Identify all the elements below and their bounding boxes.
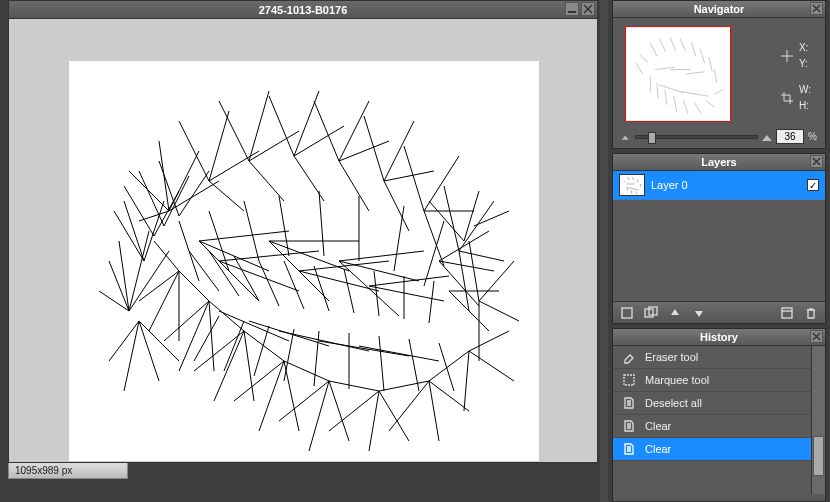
history-item-label: Clear	[645, 443, 671, 455]
zoom-slider-knob[interactable]	[648, 132, 656, 144]
page-icon	[621, 442, 637, 456]
layers-toolbar	[613, 301, 825, 323]
history-list[interactable]: Eraser toolMarquee toolDeselect allClear…	[613, 346, 811, 494]
history-item[interactable]: Clear	[613, 415, 811, 438]
history-item-label: Clear	[645, 420, 671, 432]
svg-rect-1	[622, 308, 632, 318]
document-title: 2745-1013-B0176	[259, 4, 348, 16]
document-titlebar[interactable]: 2745-1013-B0176	[8, 0, 598, 18]
layer-row[interactable]: Layer 0 ✓	[613, 171, 825, 200]
history-title[interactable]: History	[613, 329, 825, 346]
zoom-input[interactable]	[776, 129, 804, 144]
crosshair-icon	[781, 50, 793, 62]
layer-visibility-checkbox[interactable]: ✓	[807, 179, 819, 191]
eraser-icon	[621, 350, 637, 364]
zoom-unit: %	[808, 131, 817, 142]
layer-list[interactable]: Layer 0 ✓	[613, 171, 825, 301]
svg-rect-5	[624, 375, 634, 385]
history-item[interactable]: Marquee tool	[613, 369, 811, 392]
navigator-thumbnail[interactable]	[625, 26, 731, 122]
layer-up-button[interactable]	[667, 305, 683, 321]
canvas-dimensions: 1095x989 px	[15, 465, 72, 476]
close-icon[interactable]	[810, 2, 823, 15]
history-item[interactable]: Eraser tool	[613, 346, 811, 369]
zoom-controls: %	[621, 129, 817, 144]
document-viewport[interactable]	[8, 18, 598, 463]
marquee-icon	[621, 373, 637, 387]
layer-thumbnail	[619, 174, 645, 196]
svg-rect-0	[568, 11, 576, 13]
close-icon[interactable]	[810, 155, 823, 168]
scrollbar-thumb[interactable]	[813, 436, 824, 476]
page-icon	[621, 396, 637, 410]
page-icon	[621, 419, 637, 433]
history-panel: History Eraser toolMarquee toolDeselect …	[612, 328, 826, 502]
zoom-out-icon[interactable]	[621, 132, 631, 142]
svg-rect-4	[782, 308, 792, 318]
new-layer-button[interactable]	[619, 305, 635, 321]
crop-icon	[781, 92, 793, 104]
layer-settings-button[interactable]	[779, 305, 795, 321]
layers-panel: Layers Layer 0 ✓	[612, 153, 826, 324]
delete-layer-button[interactable]	[803, 305, 819, 321]
layer-down-button[interactable]	[691, 305, 707, 321]
layer-name: Layer 0	[651, 179, 801, 191]
zoom-in-icon[interactable]	[762, 132, 772, 142]
zoom-slider[interactable]	[635, 135, 758, 139]
history-item[interactable]: Clear	[613, 438, 811, 461]
navigator-panel: Navigator X:Y: W:H:	[612, 0, 826, 149]
canvas-artwork	[69, 61, 539, 461]
navigator-title[interactable]: Navigator	[613, 1, 825, 18]
document-window: 2745-1013-B0176	[8, 0, 598, 480]
history-item-label: Eraser tool	[645, 351, 698, 363]
navigator-readout: X:Y: W:H:	[781, 40, 811, 124]
history-item-label: Deselect all	[645, 397, 702, 409]
layers-title[interactable]: Layers	[613, 154, 825, 171]
close-button[interactable]	[581, 2, 595, 16]
status-bar: 1095x989 px	[8, 463, 128, 479]
canvas[interactable]	[69, 61, 539, 461]
workspace: 2745-1013-B0176	[0, 0, 600, 502]
close-icon[interactable]	[810, 330, 823, 343]
duplicate-layer-button[interactable]	[643, 305, 659, 321]
minimize-button[interactable]	[565, 2, 579, 16]
history-scrollbar[interactable]	[811, 346, 825, 494]
history-item-label: Marquee tool	[645, 374, 709, 386]
side-panels: Navigator X:Y: W:H:	[608, 0, 830, 502]
history-item[interactable]: Deselect all	[613, 392, 811, 415]
